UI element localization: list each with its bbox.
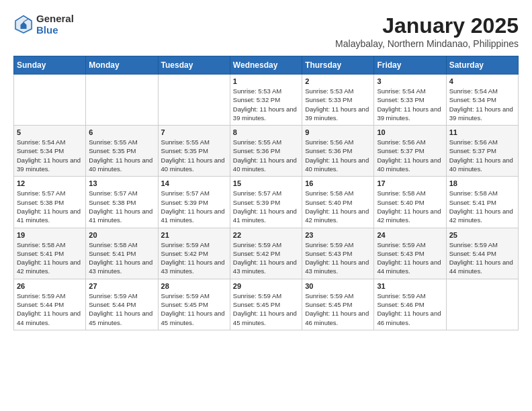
- day-number: 8: [233, 128, 299, 136]
- weekday-header-saturday: Saturday: [446, 56, 518, 75]
- day-info: Sunrise: 5:58 AM Sunset: 5:41 PM Dayligh…: [89, 240, 154, 276]
- calendar-cell: [158, 75, 230, 126]
- day-info: Sunrise: 5:57 AM Sunset: 5:39 PM Dayligh…: [233, 189, 299, 224]
- logo-icon: [13, 15, 34, 35]
- day-info: Sunrise: 5:57 AM Sunset: 5:38 PM Dayligh…: [89, 189, 154, 224]
- calendar-cell: 23Sunrise: 5:59 AM Sunset: 5:43 PM Dayli…: [302, 228, 374, 279]
- day-info: Sunrise: 5:53 AM Sunset: 5:33 PM Dayligh…: [305, 87, 371, 122]
- calendar-cell: 6Sunrise: 5:55 AM Sunset: 5:35 PM Daylig…: [86, 126, 158, 177]
- weekday-header-thursday: Thursday: [302, 56, 374, 75]
- calendar-cell: 18Sunrise: 5:58 AM Sunset: 5:41 PM Dayli…: [446, 177, 518, 228]
- day-number: 29: [233, 282, 299, 290]
- calendar-table: SundayMondayTuesdayWednesdayThursdayFrid…: [13, 56, 519, 330]
- logo: General Blue: [13, 13, 74, 36]
- day-info: Sunrise: 5:57 AM Sunset: 5:39 PM Dayligh…: [161, 189, 227, 224]
- day-info: Sunrise: 5:54 AM Sunset: 5:33 PM Dayligh…: [377, 87, 443, 122]
- calendar-cell: 2Sunrise: 5:53 AM Sunset: 5:33 PM Daylig…: [302, 75, 374, 126]
- weekday-header-row: SundayMondayTuesdayWednesdayThursdayFrid…: [14, 56, 519, 75]
- day-number: 6: [89, 128, 154, 136]
- day-number: 27: [89, 282, 154, 290]
- day-number: 31: [377, 282, 443, 290]
- weekday-header-friday: Friday: [374, 56, 446, 75]
- calendar-cell: 16Sunrise: 5:58 AM Sunset: 5:40 PM Dayli…: [302, 177, 374, 228]
- day-number: 10: [377, 128, 443, 136]
- calendar-location: Malaybalay, Northern Mindanao, Philippin…: [335, 38, 519, 49]
- day-info: Sunrise: 5:59 AM Sunset: 5:43 PM Dayligh…: [305, 240, 371, 276]
- day-info: Sunrise: 5:59 AM Sunset: 5:42 PM Dayligh…: [233, 240, 299, 276]
- day-number: 30: [305, 282, 371, 290]
- day-number: 15: [233, 179, 299, 187]
- day-info: Sunrise: 5:59 AM Sunset: 5:46 PM Dayligh…: [377, 291, 443, 327]
- calendar-cell: 24Sunrise: 5:59 AM Sunset: 5:43 PM Dayli…: [374, 228, 446, 279]
- calendar-cell: 29Sunrise: 5:59 AM Sunset: 5:45 PM Dayli…: [230, 279, 302, 330]
- day-number: 11: [449, 128, 515, 136]
- day-info: Sunrise: 5:59 AM Sunset: 5:44 PM Dayligh…: [449, 240, 515, 276]
- day-number: 22: [233, 231, 299, 239]
- day-info: Sunrise: 5:58 AM Sunset: 5:41 PM Dayligh…: [17, 240, 83, 276]
- day-info: Sunrise: 5:59 AM Sunset: 5:45 PM Dayligh…: [161, 291, 227, 327]
- day-number: 2: [305, 77, 371, 85]
- day-info: Sunrise: 5:56 AM Sunset: 5:37 PM Dayligh…: [377, 138, 443, 173]
- week-row-5: 26Sunrise: 5:59 AM Sunset: 5:44 PM Dayli…: [14, 279, 519, 330]
- day-info: Sunrise: 5:59 AM Sunset: 5:45 PM Dayligh…: [233, 291, 299, 327]
- day-info: Sunrise: 5:59 AM Sunset: 5:44 PM Dayligh…: [89, 291, 154, 327]
- logo-blue: Blue: [36, 25, 74, 36]
- day-info: Sunrise: 5:59 AM Sunset: 5:44 PM Dayligh…: [17, 291, 83, 327]
- logo-text: General Blue: [36, 13, 74, 36]
- calendar-cell: 8Sunrise: 5:55 AM Sunset: 5:36 PM Daylig…: [230, 126, 302, 177]
- day-number: 16: [305, 179, 371, 187]
- logo-general: General: [36, 13, 74, 25]
- day-info: Sunrise: 5:58 AM Sunset: 5:41 PM Dayligh…: [449, 189, 515, 224]
- day-info: Sunrise: 5:59 AM Sunset: 5:42 PM Dayligh…: [161, 240, 227, 276]
- day-info: Sunrise: 5:54 AM Sunset: 5:34 PM Dayligh…: [17, 138, 83, 173]
- calendar-cell: 7Sunrise: 5:55 AM Sunset: 5:35 PM Daylig…: [158, 126, 230, 177]
- calendar-cell: 17Sunrise: 5:58 AM Sunset: 5:40 PM Dayli…: [374, 177, 446, 228]
- day-info: Sunrise: 5:59 AM Sunset: 5:45 PM Dayligh…: [305, 291, 371, 327]
- calendar-cell: 11Sunrise: 5:56 AM Sunset: 5:37 PM Dayli…: [446, 126, 518, 177]
- weekday-header-tuesday: Tuesday: [158, 56, 230, 75]
- calendar-cell: 30Sunrise: 5:59 AM Sunset: 5:45 PM Dayli…: [302, 279, 374, 330]
- calendar-cell: 26Sunrise: 5:59 AM Sunset: 5:44 PM Dayli…: [14, 279, 86, 330]
- day-info: Sunrise: 5:57 AM Sunset: 5:38 PM Dayligh…: [17, 189, 83, 224]
- calendar-cell: 28Sunrise: 5:59 AM Sunset: 5:45 PM Dayli…: [158, 279, 230, 330]
- day-number: 19: [17, 231, 83, 239]
- day-number: 17: [377, 179, 443, 187]
- weekday-header-sunday: Sunday: [14, 56, 86, 75]
- calendar-cell: 4Sunrise: 5:54 AM Sunset: 5:34 PM Daylig…: [446, 75, 518, 126]
- weekday-header-monday: Monday: [86, 56, 158, 75]
- calendar-cell: 10Sunrise: 5:56 AM Sunset: 5:37 PM Dayli…: [374, 126, 446, 177]
- calendar-cell: 27Sunrise: 5:59 AM Sunset: 5:44 PM Dayli…: [86, 279, 158, 330]
- weekday-header-wednesday: Wednesday: [230, 56, 302, 75]
- day-number: 21: [161, 231, 227, 239]
- day-info: Sunrise: 5:58 AM Sunset: 5:40 PM Dayligh…: [305, 189, 371, 224]
- day-number: 1: [233, 77, 299, 85]
- title-block: January 2025 Malaybalay, Northern Mindan…: [335, 13, 519, 49]
- day-info: Sunrise: 5:56 AM Sunset: 5:36 PM Dayligh…: [305, 138, 371, 173]
- day-number: 13: [89, 179, 154, 187]
- calendar-cell: 5Sunrise: 5:54 AM Sunset: 5:34 PM Daylig…: [14, 126, 86, 177]
- day-number: 4: [449, 77, 515, 85]
- day-number: 24: [377, 231, 443, 239]
- calendar-cell: 1Sunrise: 5:53 AM Sunset: 5:32 PM Daylig…: [230, 75, 302, 126]
- page-header: General Blue January 2025 Malaybalay, No…: [13, 13, 519, 49]
- day-info: Sunrise: 5:58 AM Sunset: 5:40 PM Dayligh…: [377, 189, 443, 224]
- calendar-cell: 21Sunrise: 5:59 AM Sunset: 5:42 PM Dayli…: [158, 228, 230, 279]
- calendar-cell: 31Sunrise: 5:59 AM Sunset: 5:46 PM Dayli…: [374, 279, 446, 330]
- day-number: 7: [161, 128, 227, 136]
- calendar-cell: 19Sunrise: 5:58 AM Sunset: 5:41 PM Dayli…: [14, 228, 86, 279]
- day-number: 3: [377, 77, 443, 85]
- day-info: Sunrise: 5:56 AM Sunset: 5:37 PM Dayligh…: [449, 138, 515, 173]
- day-number: 20: [89, 231, 154, 239]
- calendar-cell: 22Sunrise: 5:59 AM Sunset: 5:42 PM Dayli…: [230, 228, 302, 279]
- day-info: Sunrise: 5:55 AM Sunset: 5:35 PM Dayligh…: [89, 138, 154, 173]
- day-number: 25: [449, 231, 515, 239]
- day-info: Sunrise: 5:54 AM Sunset: 5:34 PM Dayligh…: [449, 87, 515, 122]
- day-info: Sunrise: 5:55 AM Sunset: 5:35 PM Dayligh…: [161, 138, 227, 173]
- calendar-cell: [86, 75, 158, 126]
- day-number: 18: [449, 179, 515, 187]
- calendar-cell: [446, 279, 518, 330]
- week-row-4: 19Sunrise: 5:58 AM Sunset: 5:41 PM Dayli…: [14, 228, 519, 279]
- day-number: 23: [305, 231, 371, 239]
- week-row-2: 5Sunrise: 5:54 AM Sunset: 5:34 PM Daylig…: [14, 126, 519, 177]
- calendar-cell: 13Sunrise: 5:57 AM Sunset: 5:38 PM Dayli…: [86, 177, 158, 228]
